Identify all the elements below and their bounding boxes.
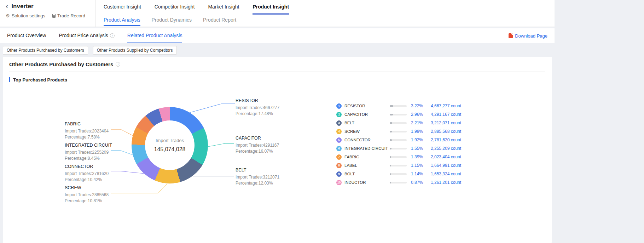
product-name: CAPACITOR xyxy=(344,112,390,117)
rank-badge: 4 xyxy=(336,129,342,134)
share-bar xyxy=(390,182,407,183)
tab-competitor-insight[interactable]: Competitor Insight xyxy=(155,0,195,15)
header-left: ‹ Inverter Solution settings Trade Recor… xyxy=(0,0,96,27)
section-accent-bar xyxy=(9,77,10,82)
chart-area: Import Trades 145,074,028 RESISTOR Impor… xyxy=(9,90,545,239)
gear-icon xyxy=(6,13,10,18)
tab-product-price-analysis-label: Product Price Analysis xyxy=(59,28,108,43)
ranking-row[interactable]: 4SCREW1.99%2,885,568 count xyxy=(336,127,471,136)
rank-badge: 9 xyxy=(336,171,342,177)
share-bar xyxy=(390,131,407,132)
trade-count: 2,885,568 count xyxy=(431,129,461,134)
callout-import-trades: Import Trades:4667277 xyxy=(236,105,299,111)
tab-product-insight[interactable]: Product Insight xyxy=(253,0,289,15)
filter-purchased-by-customers[interactable]: Other Products Purchased by Customers xyxy=(3,46,88,55)
ranking-list: 1RESISTOR3.22%4,667,277 count2CAPACITOR2… xyxy=(336,102,471,187)
ranking-row[interactable]: 7FABRIC1.39%2,023,404 count xyxy=(336,153,471,161)
ranking-row[interactable]: 8LABEL1.15%1,664,991 count xyxy=(336,161,471,170)
callout-import-trades: Import Trades:4291167 xyxy=(236,142,299,148)
download-page-button[interactable]: Download Page xyxy=(509,28,547,43)
callout-product-name: INTEGRATED CIRCUIT xyxy=(65,143,128,148)
tab-related-product-analysis-label: Related Product Analysis xyxy=(127,28,182,43)
ranking-row[interactable]: 1RESISTOR3.22%4,667,277 count xyxy=(336,102,471,110)
rank-badge: 7 xyxy=(336,154,342,160)
trade-record-label: Trade Record xyxy=(57,13,85,18)
document-icon xyxy=(52,14,56,18)
share-percentage: 1.99% xyxy=(407,129,423,134)
tab-product-overview-label: Product Overview xyxy=(7,28,46,43)
trade-count: 2,023,404 count xyxy=(431,154,461,159)
share-percentage: 2.21% xyxy=(407,120,423,125)
ranking-row[interactable]: 9BOLT1.14%1,653,324 count xyxy=(336,170,471,178)
callout-capacitor: CAPACITOR Import Trades:4291167 Percenta… xyxy=(236,136,299,154)
callout-screw: SCREW Import Trades:2885568 Percentage:1… xyxy=(65,185,128,204)
trade-count: 3,212,071 count xyxy=(431,120,461,125)
callout-integrated-circuit: INTEGRATED CIRCUIT Import Trades:2255209… xyxy=(65,143,128,162)
solution-settings-button[interactable]: Solution settings xyxy=(6,13,45,18)
filter-supplied-by-competitors[interactable]: Other Products Supplied by Competitors xyxy=(93,46,177,55)
filter-button-row: Other Products Purchased by Customers Ot… xyxy=(0,43,555,57)
rank-badge: 1 xyxy=(336,103,342,109)
callout-percentage: Percentage:16.07% xyxy=(236,148,299,154)
callout-percentage: Percentage:12.03% xyxy=(236,180,299,186)
ranking-row[interactable]: 5CONNECTOR1.92%2,781,620 count xyxy=(336,136,471,144)
share-percentage: 1.14% xyxy=(407,171,423,176)
callout-resistor: RESISTOR Import Trades:4667277 Percentag… xyxy=(236,98,299,117)
tab-product-price-analysis[interactable]: Product Price Analysis xyxy=(59,28,114,43)
trade-count: 1,664,991 count xyxy=(431,163,461,168)
product-name: BELT xyxy=(344,121,390,125)
donut-center: Import Trades 145,074,028 xyxy=(145,120,195,170)
callout-product-name: RESISTOR xyxy=(236,98,299,103)
page-content: ‹ Inverter Solution settings Trade Recor… xyxy=(0,0,555,243)
back-icon[interactable]: ‹ xyxy=(6,3,8,10)
callout-import-trades: Import Trades:2255209 xyxy=(65,149,128,156)
rank-badge: 5 xyxy=(336,137,342,143)
pdf-icon xyxy=(509,33,513,38)
share-bar xyxy=(390,122,407,124)
product-name: SCREW xyxy=(344,129,390,134)
rank-badge: 10 xyxy=(336,180,342,185)
donut-chart[interactable]: Import Trades 145,074,028 xyxy=(132,107,208,183)
callout-percentage: Percentage:10.81% xyxy=(65,198,128,204)
tab-related-product-analysis[interactable]: Related Product Analysis xyxy=(127,28,182,43)
trade-count: 4,291,167 count xyxy=(431,112,461,117)
info-icon[interactable] xyxy=(110,33,115,38)
analysis-toolbar: Product Overview Product Price Analysis … xyxy=(0,28,555,43)
ranking-row[interactable]: 10INDUCTOR0.87%1,261,201 count xyxy=(336,178,471,187)
share-bar xyxy=(390,105,407,107)
product-name: BOLT xyxy=(344,172,390,176)
solution-settings-label: Solution settings xyxy=(12,13,45,18)
product-name: FABRIC xyxy=(344,155,390,159)
donut-center-label: Import Trades xyxy=(156,138,184,143)
callout-percentage: Percentage:17.48% xyxy=(236,111,299,117)
product-name: INTEGRATED CIRCUIT xyxy=(344,146,390,151)
trade-count: 4,667,277 count xyxy=(431,103,461,108)
trade-record-button[interactable]: Trade Record xyxy=(52,13,85,18)
product-name: RESISTOR xyxy=(344,104,390,108)
share-percentage: 2.96% xyxy=(407,112,423,117)
tab-customer-insight[interactable]: Customer Insight xyxy=(104,0,141,15)
card-title-info-icon[interactable] xyxy=(116,62,120,67)
ranking-row[interactable]: 6INTEGRATED CIRCUIT1.55%2,255,209 count xyxy=(336,144,471,153)
share-bar xyxy=(390,165,407,166)
subtab-product-analysis[interactable]: Product Analysis xyxy=(104,15,140,26)
tab-product-overview[interactable]: Product Overview xyxy=(7,28,46,43)
callout-percentage: Percentage:7.58% xyxy=(65,134,128,140)
ranking-row[interactable]: 3BELT2.21%3,212,071 count xyxy=(336,119,471,127)
callout-connector: CONNECTOR Import Trades:2781620 Percenta… xyxy=(65,164,128,183)
rank-badge: 6 xyxy=(336,146,342,151)
donut-center-value: 145,074,028 xyxy=(154,146,186,153)
download-page-label: Download Page xyxy=(515,33,547,39)
share-bar xyxy=(390,114,407,115)
share-percentage: 1.92% xyxy=(407,137,423,142)
product-name: LABEL xyxy=(344,163,390,168)
tab-market-insight[interactable]: Market Insight xyxy=(208,0,239,15)
share-bar xyxy=(390,139,407,141)
card-title: Other Products Purchased by Customers xyxy=(9,61,113,67)
ranking-row[interactable]: 2CAPACITOR2.96%4,291,167 count xyxy=(336,110,471,119)
header-tabs: Customer Insight Competitor Insight Mark… xyxy=(96,0,555,27)
trade-count: 1,261,201 count xyxy=(431,180,461,185)
rank-badge: 2 xyxy=(336,112,342,117)
subtab-product-report[interactable]: Product Report xyxy=(203,15,236,26)
subtab-product-dynamics[interactable]: Product Dynamics xyxy=(152,15,192,26)
